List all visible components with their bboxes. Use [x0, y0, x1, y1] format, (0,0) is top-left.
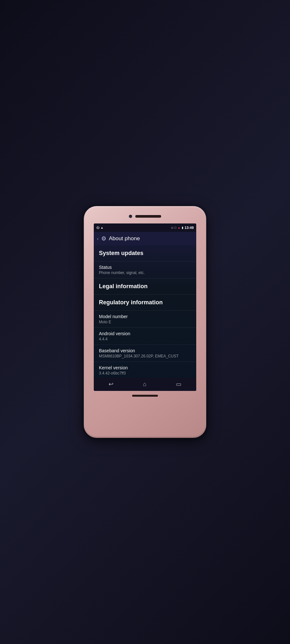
alert-icon: ▲: [101, 226, 103, 229]
system-updates-label: System updates: [99, 250, 191, 257]
settings-list: System updates Status Phone number, sign…: [94, 245, 196, 377]
phone-top-area: [88, 212, 202, 221]
baseband-version-value: MSM8610BP_1034.307.26.02P, EMEA_CUST: [99, 354, 191, 358]
status-right-icons: ◇ □ ▲ ▮ 13:49: [171, 226, 194, 230]
android-version-label: Android version: [99, 331, 191, 336]
phone-bottom-bar: [88, 393, 202, 398]
legal-information-label: Legal information: [99, 283, 191, 290]
android-version-item: Android version 4.4.4: [94, 328, 196, 345]
warning-icon: ▲: [178, 226, 180, 229]
recents-nav-icon[interactable]: ▭: [176, 381, 181, 388]
status-sublabel: Phone number, signal, etc.: [99, 270, 191, 275]
regulatory-information-item[interactable]: Regulatory information: [94, 295, 196, 311]
power-icon: ⏻: [96, 226, 99, 229]
legal-information-item[interactable]: Legal information: [94, 279, 196, 295]
status-item[interactable]: Status Phone number, signal, etc.: [94, 261, 196, 279]
back-button[interactable]: ‹: [97, 236, 99, 241]
status-left-icons: ⏻ ▲: [96, 226, 103, 229]
status-bar: ⏻ ▲ ◇ □ ▲ ▮ 13:49: [94, 223, 196, 232]
battery-icon: ▮: [182, 226, 183, 229]
system-updates-item[interactable]: System updates: [94, 245, 196, 261]
kernel-version-label: Kernel version: [99, 365, 191, 370]
back-nav-icon[interactable]: ↩: [109, 381, 113, 388]
model-number-label: Model number: [99, 314, 191, 319]
model-number-value: Moto E: [99, 320, 191, 324]
baseband-version-label: Baseband version: [99, 348, 191, 353]
kernel-version-value: 3.4.42-o6bc7ff3: [99, 371, 191, 375]
phone-screen: ⏻ ▲ ◇ □ ▲ ▮ 13:49 ‹ ⚙ About phone System…: [94, 223, 196, 391]
model-number-item: Model number Moto E: [94, 311, 196, 328]
phone-frame: ⏻ ▲ ◇ □ ▲ ▮ 13:49 ‹ ⚙ About phone System…: [84, 206, 206, 438]
app-bar: ‹ ⚙ About phone: [94, 232, 196, 245]
bottom-speaker: [132, 395, 158, 397]
sync-icon: □: [175, 226, 176, 229]
nfc-icon: ◇: [171, 226, 173, 229]
clock: 13:49: [185, 226, 194, 230]
page-title: About phone: [109, 235, 140, 242]
home-nav-icon[interactable]: ⌂: [143, 381, 147, 388]
gear-icon: ⚙: [101, 235, 106, 242]
earpiece: [135, 215, 161, 218]
regulatory-information-label: Regulatory information: [99, 299, 191, 306]
nav-bar: ↩ ⌂ ▭: [94, 377, 196, 391]
status-label: Status: [99, 265, 191, 270]
baseband-version-item: Baseband version MSM8610BP_1034.307.26.0…: [94, 345, 196, 362]
kernel-version-item: Kernel version 3.4.42-o6bc7ff3: [94, 362, 196, 377]
android-version-value: 4.4.4: [99, 337, 191, 341]
front-camera: [129, 215, 132, 218]
